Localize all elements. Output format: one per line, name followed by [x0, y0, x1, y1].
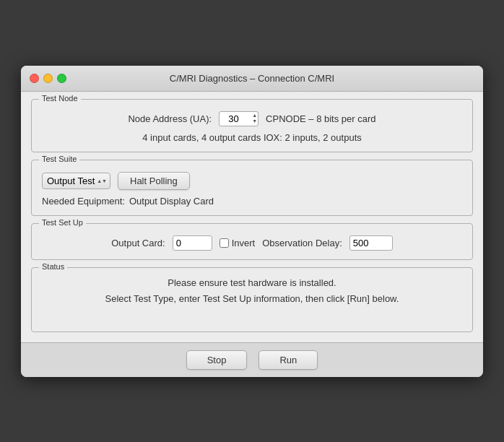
cards-info: 4 input cards, 4 output cards IOX: 2 inp… [142, 132, 362, 143]
needed-equipment-value: Output Display Card [129, 196, 214, 207]
spinbox-down-arrow[interactable]: ▼ [252, 118, 257, 124]
window-title: C/MRI Diagnostics – Connection C/MRI [170, 73, 334, 84]
status-text: Please ensure test hardware is installed… [42, 275, 462, 307]
spinbox-arrows: ▲ ▼ [252, 113, 257, 124]
cards-info-row: 4 input cards, 4 output cards IOX: 2 inp… [42, 132, 462, 143]
test-setup-title: Test Set Up [39, 218, 86, 227]
bottom-bar: Stop Run [21, 342, 483, 377]
run-button[interactable]: Run [258, 350, 318, 370]
maximize-button[interactable] [57, 74, 66, 83]
node-info: CPNODE – 8 bits per card [266, 113, 375, 124]
invert-label: Invert [232, 238, 256, 248]
needed-equipment-label: Needed Equipment: [42, 196, 125, 207]
stop-button[interactable]: Stop [186, 350, 248, 370]
obs-delay-input[interactable] [349, 235, 393, 251]
traffic-lights [30, 74, 66, 83]
test-node-section: Test Node Node Address (UA): ▲ ▼ CPNODE … [31, 99, 473, 152]
spinbox-up-arrow[interactable]: ▲ [252, 113, 257, 118]
content-area: Test Node Node Address (UA): ▲ ▼ CPNODE … [21, 92, 483, 342]
test-suite-title: Test Suite [39, 155, 79, 163]
status-section: Status Please ensure test hardware is in… [31, 267, 473, 332]
test-type-select-wrapper: Output Test Input Test IOX Test [42, 173, 110, 189]
node-address-row: Node Address (UA): ▲ ▼ CPNODE – 8 bits p… [42, 111, 462, 126]
status-title: Status [39, 262, 67, 271]
test-suite-controls-row: Output Test Input Test IOX Test Halt Pol… [42, 172, 462, 190]
output-card-input[interactable] [173, 235, 212, 251]
titlebar: C/MRI Diagnostics – Connection C/MRI [21, 66, 483, 92]
invert-checkbox-row: Invert [220, 238, 256, 248]
output-card-label: Output Card: [111, 238, 165, 248]
needed-equipment-row: Needed Equipment: Output Display Card [42, 196, 462, 207]
node-address-label: Node Address (UA): [128, 113, 212, 124]
test-setup-controls-row: Output Card: Invert Observation Delay: [42, 235, 462, 251]
test-type-select[interactable]: Output Test Input Test IOX Test [42, 173, 110, 189]
test-node-title: Test Node [39, 94, 81, 103]
close-button[interactable] [30, 74, 39, 83]
test-suite-section: Test Suite Output Test Input Test IOX Te… [31, 160, 473, 216]
status-line2: Select Test Type, enter Test Set Up info… [42, 291, 462, 307]
halt-polling-button[interactable]: Halt Polling [118, 172, 190, 190]
obs-delay-label: Observation Delay: [262, 238, 342, 248]
test-setup-section: Test Set Up Output Card: Invert Observat… [31, 223, 473, 260]
minimize-button[interactable] [43, 74, 53, 83]
node-address-spinbox: ▲ ▼ [219, 111, 258, 126]
invert-checkbox[interactable] [220, 238, 229, 248]
status-line1: Please ensure test hardware is installed… [42, 275, 462, 291]
main-window: C/MRI Diagnostics – Connection C/MRI Tes… [21, 66, 483, 377]
